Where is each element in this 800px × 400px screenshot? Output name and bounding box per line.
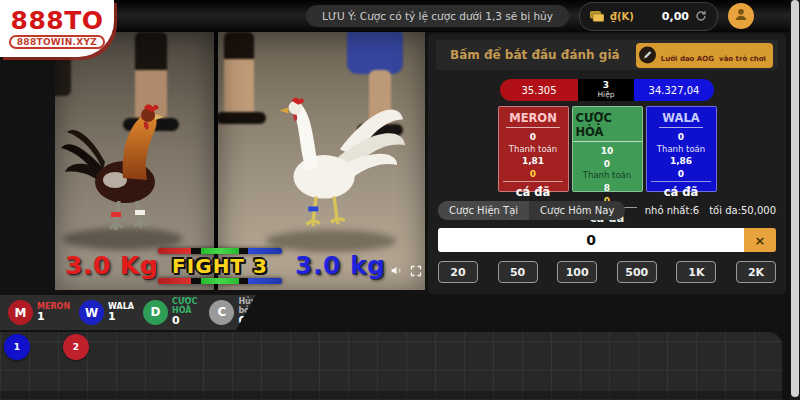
draw-marker: D (143, 300, 168, 325)
bet-card-footer: cá đã (664, 185, 699, 199)
refresh-icon[interactable] (695, 7, 707, 26)
chip-500[interactable]: 500 (617, 261, 657, 283)
bet-card-title: CƯỢC HÒA (573, 111, 642, 142)
bet-card-footer: cá đã (516, 185, 551, 199)
bets-tabs-row: Cược Hiện Tại Cược Hôm Nay nhỏ nhất:6 tố… (438, 201, 776, 220)
legend-label: CƯỢC HÒA (172, 297, 200, 315)
round-indicator: 3 Hiệp (578, 79, 634, 101)
bet-card-wala[interactable]: WALA 0 Thanh toán 1,86 0 cá đã (646, 106, 717, 192)
fight-number-label: FIGHT 3 (158, 255, 282, 277)
tab-current-bets[interactable]: Cược Hiện Tại (438, 201, 529, 220)
bet-card-pending: 0 (530, 168, 536, 181)
divider (503, 181, 562, 182)
handler-leg (369, 70, 391, 128)
wala-weight-label: 3.0 kg (295, 251, 386, 280)
wallet-currency-label: ₫(K) (610, 11, 634, 22)
results-legend: M MERON 1 W WALA 1 D CƯỢC HÒA 0 C Hủy bỏ… (0, 295, 256, 330)
bet-card-limit: 10 (601, 145, 614, 158)
legend-count: 0 (238, 315, 256, 328)
bet-card-pending: 0 (678, 168, 684, 181)
bet-card-meron[interactable]: MERON 0 Thanh toán 1,81 0 cá đã (498, 106, 569, 192)
bet-card-stake: 0 (678, 131, 684, 144)
volume-icon[interactable] (390, 264, 403, 277)
wallet-balance-value: 0,00 (662, 10, 689, 23)
handler-sandal (218, 112, 266, 124)
tab-todays-bets[interactable]: Cược Hôm Nay (529, 201, 625, 220)
handler-sandal (357, 124, 403, 136)
fullscreen-icon[interactable] (410, 265, 422, 277)
max-bet-label: tối đa:50,000 (709, 205, 776, 216)
wala-marker: W (79, 300, 104, 325)
divider (0, 391, 782, 400)
chip-50[interactable]: 50 (498, 261, 538, 283)
round-label: Hiệp (597, 91, 614, 99)
bets-tabs: Cược Hiện Tại Cược Hôm Nay (438, 201, 625, 220)
meron-marker: M (8, 300, 33, 325)
bet-card-payout-label: Thanh toán (509, 144, 557, 156)
fight-bar-bottom (158, 278, 282, 284)
legend-cancel: C Hủy bỏ 0 (209, 297, 256, 328)
bet-card-payout-label: Thanh toán (583, 170, 631, 182)
bet-card-title: WALA (659, 111, 702, 128)
meron-total: 35.305 (500, 79, 578, 101)
panel-status-row: Bấm để bắt đầu đánh giá Lưỡi dao AOG vào… (436, 40, 778, 70)
chip-1k[interactable]: 1K (676, 261, 716, 283)
person-icon (733, 6, 749, 26)
bet-amount-row: × (438, 228, 776, 252)
fight-banner: FIGHT 3 (158, 248, 282, 284)
bet-card-title: MERON (506, 111, 560, 128)
notice-banner: LƯU Ý: Cược có tỷ lệ cược dưới 1,3 sẽ bị… (306, 5, 569, 27)
legend-label: Hủy bỏ (238, 297, 256, 315)
bet-limits: nhỏ nhất:6 tối đa:50,000 (645, 205, 776, 216)
bet-card-odds: 8 (604, 182, 610, 195)
chip-2k[interactable]: 2K (736, 261, 776, 283)
bet-card-stake: 0 (530, 131, 536, 144)
rooster-dark-icon (59, 84, 199, 244)
rooster-shadow (63, 228, 183, 250)
bead-result: 1 (4, 334, 30, 360)
legend-count: 1 (37, 311, 70, 324)
coin-icon (590, 7, 604, 26)
betting-panel: Bấm để bắt đầu đánh giá Lưỡi dao AOG vào… (428, 34, 786, 294)
user-avatar[interactable] (728, 3, 754, 29)
clear-bet-button[interactable]: × (744, 228, 776, 252)
blade-icon (639, 47, 656, 64)
bet-card-stake: 0 (604, 158, 610, 171)
totals-bar: 35.305 3 Hiệp 34.327,04 (500, 79, 714, 101)
rooster-white-icon (252, 76, 412, 244)
bet-amount-input[interactable] (438, 228, 744, 252)
logo-subtitle: 888TOWIN.XYZ (9, 35, 105, 49)
handler-leg (135, 32, 167, 122)
handler-sandal (123, 118, 179, 131)
cancel-marker: C (209, 300, 234, 325)
wala-total: 34.327,04 (634, 79, 714, 101)
page-scrollbar (790, 0, 800, 400)
logo-title: 888TO (11, 8, 104, 33)
bet-card-odds: 1,81 (522, 155, 544, 168)
aog-badge-line1: Lưỡi dao AOG (661, 55, 714, 63)
round-status-text: Bấm để bắt đầu đánh giá (450, 48, 620, 62)
divider (651, 181, 710, 182)
meron-weight-label: 3.0 Kg (65, 251, 158, 280)
legend-draw: D CƯỢC HÒA 0 (143, 297, 200, 328)
legend-count: 1 (108, 311, 134, 324)
chip-20[interactable]: 20 (438, 261, 478, 283)
rooster-shadow (266, 230, 396, 252)
top-bar: LƯU Ý: Cược có tỷ lệ cược dưới 1,3 sẽ bị… (0, 0, 800, 32)
min-bet-label: nhỏ nhất:6 (645, 205, 699, 216)
legend-wala: W WALA 1 (79, 300, 134, 325)
chip-100[interactable]: 100 (557, 261, 597, 283)
bead-result: 2 (63, 334, 89, 360)
bet-options: MERON 0 Thanh toán 1,81 0 cá đã CƯỢC HÒA… (428, 106, 786, 192)
legend-count: 0 (172, 315, 200, 328)
scrollbar-thumb[interactable] (791, 0, 799, 397)
handler-blue-shorts (347, 32, 403, 74)
video-controls (390, 264, 422, 277)
bet-card-draw[interactable]: CƯỢC HÒA 10 0 Thanh toán 8 0 cá đã (572, 106, 643, 192)
aog-game-badge[interactable]: Lưỡi dao AOG vào trò chơi (636, 43, 773, 68)
aog-badge-line2: vào trò chơi (719, 55, 766, 63)
site-logo[interactable]: 888TO 888TOWIN.XYZ (0, 0, 114, 57)
chip-buttons: 20 50 100 500 1K 2K (438, 261, 776, 283)
live-video-player[interactable]: 3.0 Kg FIGHT 3 3.0 kg (55, 32, 425, 290)
wallet-balance-pill[interactable]: ₫(K) 0,00 (579, 2, 718, 31)
